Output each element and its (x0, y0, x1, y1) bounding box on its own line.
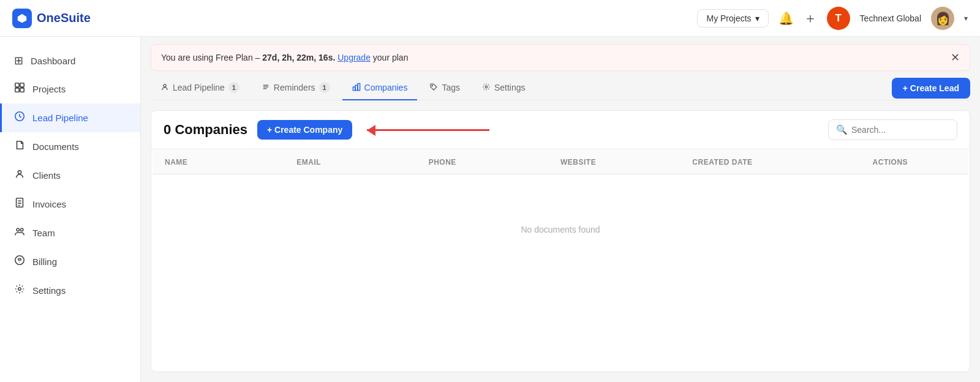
svg-point-12 (164, 84, 166, 86)
red-arrow (367, 129, 489, 131)
table-header: NAME EMAIL PHONE WEBSITE CREATED DATE AC… (153, 151, 968, 174)
documents-icon (14, 140, 25, 154)
create-company-button[interactable]: + Create Company (257, 120, 352, 140)
tab-reminders[interactable]: Reminders 1 (252, 76, 340, 100)
my-projects-button[interactable]: My Projects ▾ (697, 9, 768, 28)
chevron-down-icon: ▾ (755, 13, 760, 23)
upgrade-link[interactable]: Upgrade (337, 53, 371, 62)
user-photo[interactable]: 👩 (931, 7, 954, 30)
reminders-tab-icon (262, 83, 270, 93)
sidebar-label-documents: Documents (32, 141, 79, 152)
search-icon: 🔍 (836, 124, 848, 135)
user-chevron-icon[interactable]: ▾ (964, 14, 968, 23)
sidebar: ⊞ Dashboard Projects Lead Pipeli (0, 37, 141, 382)
dashboard-icon: ⊞ (14, 54, 23, 67)
no-data-message: No documents found (151, 176, 970, 283)
tab-settings[interactable]: Settings (472, 77, 535, 100)
companies-tab-icon (352, 83, 361, 93)
free-plan-banner: You are using Free Plan – 27d, 2h, 22m, … (151, 44, 970, 71)
sidebar-item-projects[interactable]: Projects (0, 75, 140, 103)
sidebar-label-team: Team (32, 228, 55, 238)
companies-header-row: 0 Companies + Create Company 🔍 (151, 111, 970, 149)
top-navigation: OneSuite My Projects ▾ 🔔 ＋ T Technext Gl… (0, 0, 980, 37)
sidebar-item-clients[interactable]: Clients (0, 161, 140, 190)
search-input[interactable] (851, 125, 949, 135)
logo-area: OneSuite (12, 9, 91, 28)
svg-rect-1 (15, 83, 19, 87)
lead-pipeline-badge: 1 (228, 82, 239, 93)
user-name: Technext Global (860, 13, 921, 23)
invoices-icon (14, 197, 25, 211)
companies-table-container: 0 Companies + Create Company 🔍 (151, 110, 970, 372)
sidebar-item-settings[interactable]: Settings (0, 276, 140, 305)
svg-point-16 (432, 85, 433, 86)
companies-count: 0 Companies (164, 122, 247, 138)
tab-label-companies: Companies (364, 83, 408, 92)
sidebar-label-projects: Projects (32, 84, 66, 94)
main-layout: ⊞ Dashboard Projects Lead Pipeli (0, 37, 980, 382)
logo-text: OneSuite (37, 11, 91, 25)
col-created-date: CREATED DATE (692, 158, 824, 167)
tab-label-reminders: Reminders (274, 83, 315, 92)
projects-icon (14, 82, 25, 96)
main-content: You are using Free Plan – 27d, 2h, 22m, … (141, 37, 980, 382)
svg-rect-15 (358, 83, 360, 90)
svg-point-17 (485, 86, 488, 88)
sidebar-label-invoices: Invoices (32, 199, 66, 209)
col-phone: PHONE (429, 158, 560, 167)
sidebar-item-billing[interactable]: Billing (0, 247, 140, 276)
svg-rect-4 (20, 88, 24, 92)
sidebar-label-billing: Billing (32, 257, 57, 267)
tab-companies[interactable]: Companies (342, 77, 418, 100)
topnav-right: My Projects ▾ 🔔 ＋ T Technext Global 👩 ▾ (697, 7, 968, 30)
tab-bar: Lead Pipeline 1 Reminders 1 (151, 71, 970, 100)
create-lead-button[interactable]: + Create Lead (892, 78, 970, 99)
arrow-indicator (362, 129, 489, 131)
svg-point-6 (18, 171, 21, 174)
tab-label-settings: Settings (494, 83, 526, 92)
banner-text: You are using Free Plan – 27d, 2h, 22m, … (161, 53, 408, 62)
tab-label-lead-pipeline: Lead Pipeline (173, 83, 225, 92)
search-box: 🔍 (828, 119, 957, 140)
reminders-badge: 1 (319, 82, 330, 93)
svg-point-8 (17, 228, 20, 231)
team-icon (14, 226, 25, 240)
lead-pipeline-icon (14, 111, 25, 125)
sidebar-label-dashboard: Dashboard (31, 56, 75, 66)
logo-icon (12, 9, 32, 28)
banner-close-icon[interactable]: ✕ (951, 51, 960, 64)
svg-rect-3 (15, 88, 19, 92)
col-actions: ACTIONS (824, 158, 956, 167)
svg-marker-0 (18, 13, 26, 22)
billing-icon (14, 255, 25, 269)
svg-rect-2 (20, 83, 24, 87)
sidebar-item-lead-pipeline[interactable]: Lead Pipeline (0, 103, 140, 132)
my-projects-label: My Projects (706, 13, 751, 23)
col-name: NAME (165, 158, 296, 167)
sidebar-item-invoices[interactable]: Invoices (0, 190, 140, 219)
companies-table: NAME EMAIL PHONE WEBSITE CREATED DATE AC… (151, 149, 970, 176)
sidebar-item-dashboard[interactable]: ⊞ Dashboard (0, 47, 140, 75)
clients-icon (14, 168, 25, 182)
settings-tab-icon (482, 83, 491, 93)
settings-icon (14, 283, 25, 298)
add-icon[interactable]: ＋ (804, 9, 817, 28)
tab-tags[interactable]: Tags (420, 77, 470, 100)
tags-tab-icon (429, 83, 438, 93)
notifications-icon[interactable]: 🔔 (778, 11, 794, 26)
col-website: WEBSITE (560, 158, 692, 167)
sidebar-label-lead-pipeline: Lead Pipeline (32, 113, 88, 123)
sidebar-label-clients: Clients (32, 170, 61, 181)
user-initial: T (835, 12, 841, 24)
svg-point-9 (20, 228, 23, 231)
svg-rect-13 (353, 87, 355, 91)
lead-pipeline-tab-icon (160, 83, 169, 93)
user-avatar-circle: T (827, 7, 850, 30)
tab-lead-pipeline[interactable]: Lead Pipeline 1 (151, 76, 249, 100)
col-email: EMAIL (296, 158, 428, 167)
svg-point-11 (18, 288, 21, 291)
content-area: Lead Pipeline 1 Reminders 1 (141, 71, 980, 382)
svg-rect-14 (355, 85, 358, 90)
sidebar-item-team[interactable]: Team (0, 219, 140, 247)
sidebar-item-documents[interactable]: Documents (0, 132, 140, 161)
